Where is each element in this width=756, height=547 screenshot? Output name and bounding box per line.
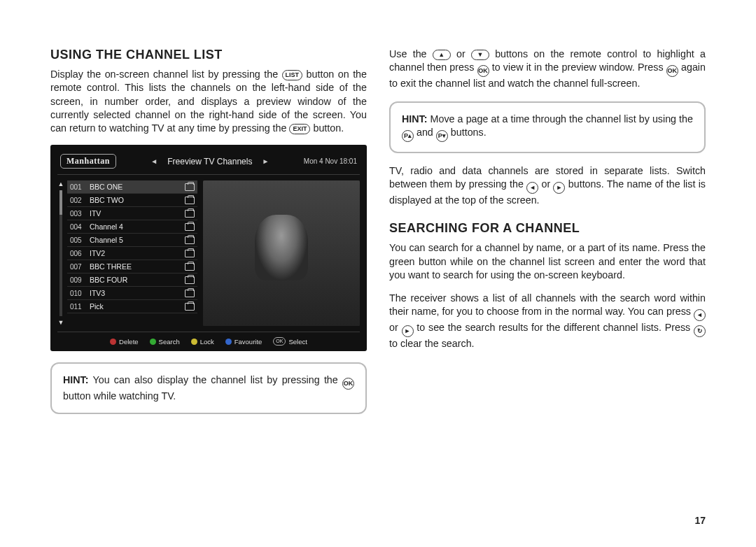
red-dot-icon — [110, 339, 116, 345]
channel-number: 009 — [70, 276, 90, 284]
blue-dot-icon — [225, 339, 232, 345]
tv-icon — [185, 263, 195, 271]
ok-button-icon: OK — [477, 65, 489, 77]
ok-pill-icon: OK — [273, 337, 286, 346]
left-column: USING THE CHANNEL LIST Display the on-sc… — [50, 48, 367, 425]
left-button-icon: ◄ — [526, 182, 538, 194]
channel-row: 005Channel 5 — [67, 234, 197, 247]
channel-number: 006 — [70, 250, 90, 257]
channel-number: 002 — [70, 197, 90, 204]
footer-search: Search — [150, 337, 180, 346]
channel-number: 010 — [70, 290, 90, 297]
channel-name: ITV — [90, 209, 185, 218]
channel-number: 003 — [70, 210, 90, 218]
channel-number: 001 — [70, 183, 90, 191]
paragraph-intro: Display the on-screen channel list by pr… — [50, 68, 367, 135]
footer-select: OKSelect — [273, 337, 307, 346]
channel-row: 004Channel 4 — [67, 220, 197, 234]
yellow-dot-icon — [191, 339, 197, 345]
ok-button-icon: OK — [666, 65, 678, 77]
channel-row: 011Pick — [67, 300, 197, 313]
tv-footer: Delete Search Lock Favourite OKSelect — [57, 332, 360, 346]
channel-name: BBC THREE — [90, 262, 185, 271]
page-number: 17 — [694, 515, 706, 526]
exit-button-icon: EXIT — [289, 124, 310, 134]
channel-number: 004 — [70, 223, 90, 231]
channel-row: 002BBC TWO — [67, 194, 197, 207]
channel-name: ITV2 — [90, 249, 185, 257]
green-dot-icon — [150, 339, 156, 345]
tv-icon — [185, 236, 195, 244]
channel-row: 010ITV3 — [67, 287, 197, 300]
channel-preview — [203, 180, 360, 326]
heading-searching: SEARCHING FOR A CHANNEL — [389, 221, 706, 236]
hint-box-2: HINT: Move a page at a time through the … — [389, 101, 706, 153]
channel-number: 011 — [70, 303, 90, 311]
channel-row: 001BBC ONE — [67, 180, 197, 194]
down-button-icon: ▼ — [471, 50, 489, 60]
channel-list: 001BBC ONE002BBC TWO003ITV004Channel 400… — [67, 180, 197, 326]
channel-name: BBC FOUR — [90, 276, 185, 284]
tv-icon — [185, 197, 195, 204]
channel-row: 007BBC THREE — [67, 260, 197, 274]
paragraph-search-results: The receiver shows a list of all channel… — [389, 292, 706, 350]
footer-favourite: Favourite — [225, 337, 262, 346]
tv-icon — [185, 223, 195, 231]
channel-number: 007 — [70, 263, 90, 271]
hint-box-1: HINT: You can also display the channel l… — [50, 362, 367, 414]
page-down-button-icon: P▾ — [436, 130, 448, 142]
footer-delete: Delete — [110, 337, 138, 346]
right-button-icon: ► — [402, 325, 414, 337]
tv-icon — [185, 183, 195, 191]
tv-title: Freeview TV Channels — [167, 157, 252, 166]
channel-name: ITV3 — [90, 289, 185, 297]
nav-left-icon: ◄ — [150, 157, 158, 165]
tv-icon — [185, 210, 195, 218]
left-button-icon: ◄ — [694, 309, 706, 321]
paragraph-search-intro: You can search for a channel by name, or… — [389, 241, 706, 282]
channel-name: Channel 5 — [90, 236, 185, 244]
tv-icon — [185, 290, 195, 297]
tv-icon — [185, 250, 195, 257]
nav-right-icon: ► — [262, 157, 269, 165]
right-column: Use the ▲ or ▼ buttons on the remote con… — [389, 48, 706, 425]
paragraph-use-buttons: Use the ▲ or ▼ buttons on the remote con… — [389, 48, 706, 90]
tv-icon — [185, 303, 195, 311]
list-button-icon: LIST — [282, 70, 303, 80]
tv-icon — [185, 276, 195, 284]
channel-row: 003ITV — [67, 207, 197, 220]
right-button-icon: ► — [553, 182, 565, 194]
channel-scrollbar: ▲ ▼ — [57, 180, 64, 326]
channel-row: 006ITV2 — [67, 247, 197, 260]
channel-row: 009BBC FOUR — [67, 274, 197, 287]
scroll-up-icon: ▲ — [58, 180, 64, 187]
clear-button-icon: ↻ — [694, 325, 706, 337]
channel-name: BBC TWO — [90, 196, 185, 204]
channel-name: BBC ONE — [90, 183, 185, 191]
paragraph-separate-lists: TV, radio and data channels are stored i… — [389, 164, 706, 207]
heading-using-channel-list: USING THE CHANNEL LIST — [50, 48, 367, 62]
ok-button-icon: OK — [342, 378, 354, 390]
tv-clock: Mon 4 Nov 18:01 — [304, 157, 357, 165]
scroll-down-icon: ▼ — [58, 319, 64, 326]
channel-name: Pick — [90, 302, 185, 311]
page-up-button-icon: P▴ — [402, 130, 414, 142]
up-button-icon: ▲ — [433, 50, 451, 60]
footer-lock: Lock — [191, 337, 214, 346]
tv-logo: Manhattan — [60, 154, 116, 169]
channel-number: 005 — [70, 236, 90, 244]
channel-list-screenshot: Manhattan ◄ Freeview TV Channels ► Mon 4… — [50, 145, 367, 351]
channel-name: Channel 4 — [90, 222, 185, 231]
